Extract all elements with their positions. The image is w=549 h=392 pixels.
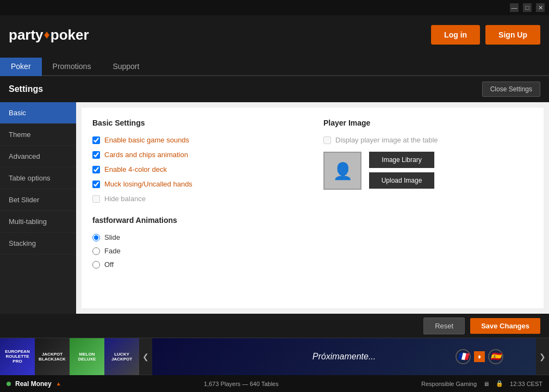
settings-panel: Basic Settings Enable basic game sounds … (82, 108, 544, 308)
checkbox-sounds-row: Enable basic game sounds (92, 136, 302, 144)
settings-title: Settings (9, 84, 43, 94)
maximize-button[interactable]: □ (523, 3, 532, 12)
checkbox-muck-label: Muck losing/Uncalled hands (104, 180, 192, 188)
basic-settings-col: Basic Settings Enable basic game sounds … (92, 119, 302, 274)
app-window: — □ ✕ party ♦ poker Log in Sign Up Poker… (0, 0, 549, 392)
settings-header: Settings Close Settings (0, 76, 549, 102)
promo-nav-right[interactable]: ❯ (536, 338, 549, 375)
lock-icon: 🔒 (496, 380, 503, 387)
tab-poker[interactable]: Poker (0, 58, 42, 76)
checkbox-muck-row: Muck losing/Uncalled hands (92, 180, 302, 188)
player-image-section: Display player image at the table 👤 Imag… (323, 136, 533, 190)
settings-area: Settings Close Settings Basic Theme Adva… (0, 76, 549, 338)
monitor-icon: 🖥 (483, 381, 489, 387)
flag-france[interactable]: 🇫🇷 (456, 349, 471, 364)
sidebar-item-theme[interactable]: Theme (0, 124, 76, 146)
status-players-tables: 1,673 Players — 640 Tables (204, 381, 278, 387)
tab-support[interactable]: Support (102, 58, 150, 76)
logo-diamond-icon: ♦ (44, 28, 50, 42)
reset-button[interactable]: Reset (423, 318, 465, 334)
radio-slide[interactable] (92, 234, 100, 241)
promo-text: Próximamente... (313, 352, 376, 362)
game-blackjack[interactable]: JACKPOT BLACKJACK (35, 338, 70, 375)
status-dot-icon (7, 382, 11, 386)
header-buttons: Log in Sign Up (431, 25, 540, 45)
status-bar: Real Money ▲ 1,673 Players — 640 Tables … (0, 375, 549, 392)
minimize-button[interactable]: — (510, 3, 519, 12)
flag-diamond-icon: ♦ (474, 351, 485, 362)
radio-off-label: Off (104, 260, 114, 269)
image-library-button[interactable]: Image Library (369, 152, 434, 168)
sidebar: Basic Theme Advanced Table options Bet S… (0, 102, 76, 314)
tab-promotions[interactable]: Promotions (42, 58, 102, 76)
footer-promo: Próximamente... 🇫🇷 ♦ 🇪🇸 (152, 338, 536, 375)
game-roulette-label: EUROPEAN ROULETTE PRO (5, 349, 29, 364)
radio-fade-row: Fade (92, 247, 302, 255)
player-image-title: Player Image (323, 119, 533, 127)
radio-slide-row: Slide (92, 233, 302, 241)
checkbox-4color-row: Enable 4-color deck (92, 165, 302, 173)
sidebar-item-basic[interactable]: Basic (0, 102, 76, 124)
avatar-icon: 👤 (333, 161, 353, 181)
game-blackjack-label: JACKPOT BLACKJACK (39, 352, 66, 362)
flag-spain[interactable]: 🇪🇸 (488, 349, 503, 364)
radio-fade[interactable] (92, 247, 100, 255)
nav-tabs: Poker Promotions Support (0, 54, 549, 76)
main-content: Basic Settings Enable basic game sounds … (76, 102, 549, 314)
player-image-content: 👤 Image Library Upload Image (323, 152, 533, 190)
sidebar-item-stacking[interactable]: Stacking (0, 233, 76, 254)
radio-fade-label: Fade (104, 247, 121, 255)
status-arrow-icon: ▲ (56, 381, 61, 387)
promo-nav-left[interactable]: ❮ (139, 338, 152, 375)
logo-poker: poker (51, 27, 89, 43)
sidebar-item-multi-tabling[interactable]: Multi-tabling (0, 211, 76, 233)
sidebar-item-table-options[interactable]: Table options (0, 167, 76, 189)
image-buttons: Image Library Upload Image (369, 152, 434, 189)
action-bar: Reset Save Changes (0, 314, 549, 338)
game-roulette[interactable]: EUROPEAN ROULETTE PRO (0, 338, 35, 375)
fastforward-section: fastforward Animations Slide Fade (92, 216, 302, 269)
close-settings-button[interactable]: Close Settings (482, 82, 540, 97)
sidebar-item-bet-slider[interactable]: Bet Slider (0, 189, 76, 211)
responsible-gaming-label: Responsible Gaming (421, 381, 477, 387)
basic-settings-title: Basic Settings (92, 119, 302, 127)
logo-party: party (9, 27, 43, 43)
checkbox-sounds[interactable] (92, 136, 100, 144)
game-jackpot-label: LUCKY JACKPOT (111, 352, 132, 362)
checkbox-4color[interactable] (92, 166, 100, 173)
logo: party ♦ poker (9, 27, 89, 43)
radio-off[interactable] (92, 261, 100, 269)
signup-button[interactable]: Sign Up (485, 25, 540, 45)
status-right: Responsible Gaming 🖥 🔒 12:33 CEST (421, 380, 542, 387)
display-image-row: Display player image at the table (323, 136, 533, 144)
checkbox-animation-label: Cards and chips animation (104, 151, 188, 159)
header: party ♦ poker Log in Sign Up (0, 15, 549, 54)
footer-bar: EUROPEAN ROULETTE PRO JACKPOT BLACKJACK … (0, 338, 549, 375)
game-jackpot[interactable]: LUCKY JACKPOT (104, 338, 139, 375)
game-melon[interactable]: MELON DELUXE (70, 338, 104, 375)
status-left: Real Money ▲ (7, 380, 61, 388)
game-melon-label: MELON DELUXE (78, 352, 96, 362)
promo-flags: 🇫🇷 ♦ 🇪🇸 (456, 349, 503, 364)
upload-image-button[interactable]: Upload Image (369, 172, 434, 189)
save-button[interactable]: Save Changes (470, 318, 540, 334)
footer-games: EUROPEAN ROULETTE PRO JACKPOT BLACKJACK … (0, 338, 139, 375)
settings-columns: Basic Settings Enable basic game sounds … (92, 119, 533, 274)
clock-time: 12:33 CEST (510, 381, 542, 387)
radio-off-row: Off (92, 260, 302, 269)
radio-slide-label: Slide (104, 233, 120, 241)
checkbox-animation[interactable] (92, 151, 100, 159)
checkbox-4color-label: Enable 4-color deck (104, 165, 167, 173)
player-image-col: Player Image Display player image at the… (323, 119, 533, 274)
checkbox-balance-label: Hide balance (104, 195, 146, 203)
display-image-label: Display player image at the table (335, 136, 438, 144)
login-button[interactable]: Log in (431, 25, 480, 45)
fastforward-title: fastforward Animations (92, 216, 302, 225)
checkbox-muck[interactable] (92, 181, 100, 188)
checkbox-sounds-label: Enable basic game sounds (104, 136, 189, 144)
checkbox-balance (92, 195, 100, 203)
settings-body: Basic Theme Advanced Table options Bet S… (0, 102, 549, 314)
sidebar-item-advanced[interactable]: Advanced (0, 146, 76, 167)
close-window-button[interactable]: ✕ (536, 3, 545, 12)
checkbox-animation-row: Cards and chips animation (92, 151, 302, 159)
